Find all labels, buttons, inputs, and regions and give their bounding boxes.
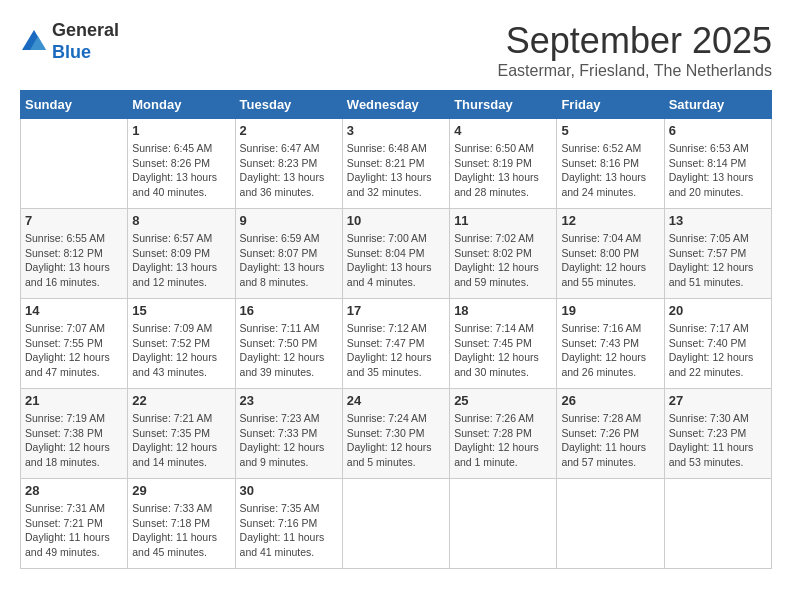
calendar-cell: 7Sunrise: 6:55 AM Sunset: 8:12 PM Daylig…	[21, 209, 128, 299]
day-number: 1	[132, 123, 230, 138]
logo-text: General Blue	[52, 20, 119, 63]
page-header: General Blue September 2025 Eastermar, F…	[20, 20, 772, 80]
weekday-header: Monday	[128, 91, 235, 119]
calendar-cell: 30Sunrise: 7:35 AM Sunset: 7:16 PM Dayli…	[235, 479, 342, 569]
day-info: Sunrise: 7:26 AM Sunset: 7:28 PM Dayligh…	[454, 411, 552, 470]
weekday-header: Saturday	[664, 91, 771, 119]
day-info: Sunrise: 6:50 AM Sunset: 8:19 PM Dayligh…	[454, 141, 552, 200]
day-number: 12	[561, 213, 659, 228]
day-info: Sunrise: 6:52 AM Sunset: 8:16 PM Dayligh…	[561, 141, 659, 200]
calendar-cell: 4Sunrise: 6:50 AM Sunset: 8:19 PM Daylig…	[450, 119, 557, 209]
calendar-cell: 26Sunrise: 7:28 AM Sunset: 7:26 PM Dayli…	[557, 389, 664, 479]
calendar-cell: 28Sunrise: 7:31 AM Sunset: 7:21 PM Dayli…	[21, 479, 128, 569]
calendar-cell: 3Sunrise: 6:48 AM Sunset: 8:21 PM Daylig…	[342, 119, 449, 209]
day-number: 13	[669, 213, 767, 228]
day-number: 29	[132, 483, 230, 498]
day-number: 14	[25, 303, 123, 318]
calendar-cell: 24Sunrise: 7:24 AM Sunset: 7:30 PM Dayli…	[342, 389, 449, 479]
day-number: 11	[454, 213, 552, 228]
calendar-cell: 18Sunrise: 7:14 AM Sunset: 7:45 PM Dayli…	[450, 299, 557, 389]
day-info: Sunrise: 7:30 AM Sunset: 7:23 PM Dayligh…	[669, 411, 767, 470]
calendar-cell: 12Sunrise: 7:04 AM Sunset: 8:00 PM Dayli…	[557, 209, 664, 299]
day-info: Sunrise: 7:21 AM Sunset: 7:35 PM Dayligh…	[132, 411, 230, 470]
calendar-cell: 9Sunrise: 6:59 AM Sunset: 8:07 PM Daylig…	[235, 209, 342, 299]
calendar-week-row: 1Sunrise: 6:45 AM Sunset: 8:26 PM Daylig…	[21, 119, 772, 209]
day-number: 22	[132, 393, 230, 408]
calendar-cell	[342, 479, 449, 569]
location-subtitle: Eastermar, Friesland, The Netherlands	[498, 62, 773, 80]
day-number: 6	[669, 123, 767, 138]
calendar-cell: 17Sunrise: 7:12 AM Sunset: 7:47 PM Dayli…	[342, 299, 449, 389]
day-info: Sunrise: 7:11 AM Sunset: 7:50 PM Dayligh…	[240, 321, 338, 380]
calendar-body: 1Sunrise: 6:45 AM Sunset: 8:26 PM Daylig…	[21, 119, 772, 569]
day-number: 19	[561, 303, 659, 318]
calendar-cell	[21, 119, 128, 209]
calendar-cell: 13Sunrise: 7:05 AM Sunset: 7:57 PM Dayli…	[664, 209, 771, 299]
day-info: Sunrise: 7:14 AM Sunset: 7:45 PM Dayligh…	[454, 321, 552, 380]
weekday-row: SundayMondayTuesdayWednesdayThursdayFrid…	[21, 91, 772, 119]
calendar-cell: 8Sunrise: 6:57 AM Sunset: 8:09 PM Daylig…	[128, 209, 235, 299]
day-number: 10	[347, 213, 445, 228]
day-number: 27	[669, 393, 767, 408]
day-info: Sunrise: 6:59 AM Sunset: 8:07 PM Dayligh…	[240, 231, 338, 290]
title-area: September 2025 Eastermar, Friesland, The…	[498, 20, 773, 80]
day-info: Sunrise: 7:02 AM Sunset: 8:02 PM Dayligh…	[454, 231, 552, 290]
weekday-header: Tuesday	[235, 91, 342, 119]
day-info: Sunrise: 6:48 AM Sunset: 8:21 PM Dayligh…	[347, 141, 445, 200]
calendar-cell	[557, 479, 664, 569]
day-number: 2	[240, 123, 338, 138]
day-info: Sunrise: 7:33 AM Sunset: 7:18 PM Dayligh…	[132, 501, 230, 560]
day-number: 30	[240, 483, 338, 498]
day-info: Sunrise: 7:23 AM Sunset: 7:33 PM Dayligh…	[240, 411, 338, 470]
calendar-cell: 19Sunrise: 7:16 AM Sunset: 7:43 PM Dayli…	[557, 299, 664, 389]
calendar-cell: 16Sunrise: 7:11 AM Sunset: 7:50 PM Dayli…	[235, 299, 342, 389]
day-info: Sunrise: 7:17 AM Sunset: 7:40 PM Dayligh…	[669, 321, 767, 380]
day-info: Sunrise: 7:19 AM Sunset: 7:38 PM Dayligh…	[25, 411, 123, 470]
weekday-header: Sunday	[21, 91, 128, 119]
calendar-header: SundayMondayTuesdayWednesdayThursdayFrid…	[21, 91, 772, 119]
day-number: 18	[454, 303, 552, 318]
calendar-cell: 1Sunrise: 6:45 AM Sunset: 8:26 PM Daylig…	[128, 119, 235, 209]
weekday-header: Thursday	[450, 91, 557, 119]
calendar-cell: 22Sunrise: 7:21 AM Sunset: 7:35 PM Dayli…	[128, 389, 235, 479]
day-info: Sunrise: 7:05 AM Sunset: 7:57 PM Dayligh…	[669, 231, 767, 290]
day-info: Sunrise: 7:35 AM Sunset: 7:16 PM Dayligh…	[240, 501, 338, 560]
weekday-header: Friday	[557, 91, 664, 119]
day-info: Sunrise: 7:04 AM Sunset: 8:00 PM Dayligh…	[561, 231, 659, 290]
calendar-cell: 21Sunrise: 7:19 AM Sunset: 7:38 PM Dayli…	[21, 389, 128, 479]
logo: General Blue	[20, 20, 119, 63]
calendar-cell: 11Sunrise: 7:02 AM Sunset: 8:02 PM Dayli…	[450, 209, 557, 299]
day-info: Sunrise: 6:47 AM Sunset: 8:23 PM Dayligh…	[240, 141, 338, 200]
calendar-week-row: 7Sunrise: 6:55 AM Sunset: 8:12 PM Daylig…	[21, 209, 772, 299]
day-info: Sunrise: 7:07 AM Sunset: 7:55 PM Dayligh…	[25, 321, 123, 380]
calendar-cell: 14Sunrise: 7:07 AM Sunset: 7:55 PM Dayli…	[21, 299, 128, 389]
day-info: Sunrise: 7:09 AM Sunset: 7:52 PM Dayligh…	[132, 321, 230, 380]
day-number: 21	[25, 393, 123, 408]
calendar-cell: 15Sunrise: 7:09 AM Sunset: 7:52 PM Dayli…	[128, 299, 235, 389]
day-number: 8	[132, 213, 230, 228]
day-info: Sunrise: 7:00 AM Sunset: 8:04 PM Dayligh…	[347, 231, 445, 290]
day-number: 7	[25, 213, 123, 228]
calendar-table: SundayMondayTuesdayWednesdayThursdayFrid…	[20, 90, 772, 569]
calendar-cell: 2Sunrise: 6:47 AM Sunset: 8:23 PM Daylig…	[235, 119, 342, 209]
month-title: September 2025	[498, 20, 773, 62]
day-number: 15	[132, 303, 230, 318]
calendar-week-row: 14Sunrise: 7:07 AM Sunset: 7:55 PM Dayli…	[21, 299, 772, 389]
day-info: Sunrise: 6:55 AM Sunset: 8:12 PM Dayligh…	[25, 231, 123, 290]
day-info: Sunrise: 7:12 AM Sunset: 7:47 PM Dayligh…	[347, 321, 445, 380]
day-number: 3	[347, 123, 445, 138]
day-info: Sunrise: 6:45 AM Sunset: 8:26 PM Dayligh…	[132, 141, 230, 200]
calendar-cell: 27Sunrise: 7:30 AM Sunset: 7:23 PM Dayli…	[664, 389, 771, 479]
calendar-cell: 5Sunrise: 6:52 AM Sunset: 8:16 PM Daylig…	[557, 119, 664, 209]
day-info: Sunrise: 7:31 AM Sunset: 7:21 PM Dayligh…	[25, 501, 123, 560]
day-number: 4	[454, 123, 552, 138]
day-info: Sunrise: 7:24 AM Sunset: 7:30 PM Dayligh…	[347, 411, 445, 470]
calendar-cell: 10Sunrise: 7:00 AM Sunset: 8:04 PM Dayli…	[342, 209, 449, 299]
day-number: 28	[25, 483, 123, 498]
calendar-cell: 20Sunrise: 7:17 AM Sunset: 7:40 PM Dayli…	[664, 299, 771, 389]
calendar-cell	[450, 479, 557, 569]
day-info: Sunrise: 6:53 AM Sunset: 8:14 PM Dayligh…	[669, 141, 767, 200]
calendar-week-row: 21Sunrise: 7:19 AM Sunset: 7:38 PM Dayli…	[21, 389, 772, 479]
logo-icon	[20, 28, 48, 56]
day-info: Sunrise: 7:16 AM Sunset: 7:43 PM Dayligh…	[561, 321, 659, 380]
